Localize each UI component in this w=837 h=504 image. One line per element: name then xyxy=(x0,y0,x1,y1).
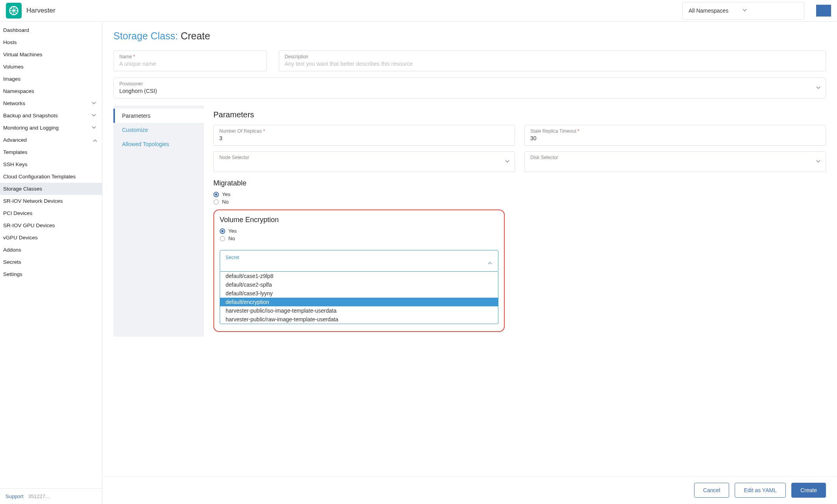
encryption-no-radio[interactable]: No xyxy=(220,235,498,241)
sidebar-item-label: Networks xyxy=(3,100,93,106)
sidebar-item-label: Templates xyxy=(3,149,96,155)
sidebar-item-label: Backup and Snapshots xyxy=(3,113,93,119)
tab-allowed-topologies[interactable]: Allowed Topologies xyxy=(113,137,204,151)
chevron-up-icon xyxy=(489,263,493,267)
sidebar-item-label: PCI Devices xyxy=(3,210,96,216)
sidebar-item-label: SSH Keys xyxy=(3,161,96,167)
sidebar-item-storage-classes[interactable]: Storage Classes xyxy=(0,183,102,195)
sidebar-item-pci-devices[interactable]: PCI Devices xyxy=(0,207,102,219)
chevron-up-icon xyxy=(93,138,96,142)
sidebar-item-label: Secrets xyxy=(3,259,96,265)
tab-customize[interactable]: Customize xyxy=(113,123,204,137)
replicas-field[interactable]: Number Of Replicas * xyxy=(213,125,515,146)
sidebar-item-namespaces[interactable]: Namespaces xyxy=(0,85,102,97)
sidebar-item-label: Advanced xyxy=(3,137,93,143)
sidebar-item-label: SR-IOV Network Devices xyxy=(3,198,96,204)
provisioner-select[interactable]: Provisioner Longhorn (CSI) xyxy=(113,78,826,98)
description-input[interactable] xyxy=(285,61,820,67)
radio-label: No xyxy=(228,235,235,241)
secret-select[interactable]: Secret xyxy=(220,250,498,272)
cancel-button[interactable]: Cancel xyxy=(694,483,730,498)
chevron-down-icon xyxy=(93,126,96,130)
radio-selected-icon xyxy=(213,192,219,197)
volume-encryption-heading: Volume Encryption xyxy=(220,216,498,224)
support-link[interactable]: Support xyxy=(6,493,24,499)
chevron-down-icon xyxy=(93,102,96,106)
sidebar-item-sr-iov-gpu-devices[interactable]: SR-IOV GPU Devices xyxy=(0,219,102,232)
sidebar-item-hosts[interactable]: Hosts xyxy=(0,36,102,48)
secret-option[interactable]: harvester-public/iso-image-template-user… xyxy=(220,306,498,315)
chevron-down-icon xyxy=(506,160,510,164)
sidebar-item-settings[interactable]: Settings xyxy=(0,268,102,280)
sidebar-item-secrets[interactable]: Secrets xyxy=(0,256,102,268)
version-text: 351227… xyxy=(28,493,50,499)
sidebar-item-cloud-configuration-templates[interactable]: Cloud Configuration Templates xyxy=(0,170,102,183)
description-field[interactable]: Description xyxy=(279,50,826,71)
sidebar-item-label: Namespaces xyxy=(3,88,96,94)
sidebar-item-label: Virtual Machines xyxy=(3,52,96,57)
stale-timeout-field[interactable]: Stale Replica Timeout * xyxy=(524,125,826,146)
sidebar-item-label: Settings xyxy=(3,271,96,277)
sidebar-item-label: Volumes xyxy=(3,64,96,70)
sidebar-item-backup-and-snapshots[interactable]: Backup and Snapshots xyxy=(0,109,102,122)
radio-unselected-icon xyxy=(213,199,219,205)
namespace-selector[interactable]: All Namespaces xyxy=(682,2,804,20)
encryption-yes-radio[interactable]: Yes xyxy=(220,228,498,234)
migratable-heading: Migratable xyxy=(213,179,826,187)
replicas-input[interactable] xyxy=(219,135,509,141)
parameters-heading: Parameters xyxy=(213,110,826,119)
create-button[interactable]: Create xyxy=(791,483,826,498)
radio-label: Yes xyxy=(228,228,237,234)
edit-yaml-button[interactable]: Edit as YAML xyxy=(735,483,786,498)
sidebar-item-networks[interactable]: Networks xyxy=(0,97,102,109)
sidebar-item-images[interactable]: Images xyxy=(0,73,102,85)
sidebar-item-label: Monitoring and Logging xyxy=(3,125,93,131)
harvester-logo[interactable] xyxy=(6,3,22,19)
sidebar-item-label: SR-IOV GPU Devices xyxy=(3,222,96,228)
sidebar-item-label: Images xyxy=(3,76,96,82)
sidebar-item-label: vGPU Devices xyxy=(3,235,96,241)
page-title-link[interactable]: Storage Class: xyxy=(113,30,178,41)
radio-selected-icon xyxy=(220,228,225,234)
secret-dropdown: default/case1-z9lp8default/case2-splfade… xyxy=(220,271,498,324)
provisioner-value: Longhorn (CSI) xyxy=(119,88,820,94)
harvester-logo-icon xyxy=(8,5,19,16)
sidebar-item-label: Storage Classes xyxy=(3,186,96,192)
secret-option[interactable]: default/case3-lyyny xyxy=(220,289,498,298)
migratable-no-radio[interactable]: No xyxy=(213,199,826,205)
radio-unselected-icon xyxy=(220,236,225,241)
chevron-down-icon xyxy=(817,86,821,90)
chevron-down-icon xyxy=(743,9,798,13)
sidebar-item-virtual-machines[interactable]: Virtual Machines xyxy=(0,48,102,61)
sidebar-item-sr-iov-network-devices[interactable]: SR-IOV Network Devices xyxy=(0,195,102,207)
disk-selector-select[interactable]: Disk Selector xyxy=(524,151,826,172)
sidebar-item-addons[interactable]: Addons xyxy=(0,244,102,256)
sidebar-item-vgpu-devices[interactable]: vGPU Devices xyxy=(0,232,102,244)
chevron-down-icon xyxy=(817,160,821,164)
radio-label: Yes xyxy=(222,191,230,197)
namespace-selector-value: All Namespaces xyxy=(689,7,743,14)
sidebar-item-templates[interactable]: Templates xyxy=(0,146,102,158)
user-avatar[interactable] xyxy=(816,5,831,17)
node-selector-select[interactable]: Node Selector xyxy=(213,151,515,172)
sidebar-item-ssh-keys[interactable]: SSH Keys xyxy=(0,158,102,170)
secret-option[interactable]: default/case1-z9lp8 xyxy=(220,272,498,280)
sidebar-item-monitoring-and-logging[interactable]: Monitoring and Logging xyxy=(0,122,102,134)
secret-option[interactable]: default/case2-splfa xyxy=(220,280,498,289)
migratable-yes-radio[interactable]: Yes xyxy=(213,191,826,197)
sidebar-item-label: Cloud Configuration Templates xyxy=(3,174,96,180)
sidebar-item-advanced[interactable]: Advanced xyxy=(0,134,102,146)
radio-label: No xyxy=(222,199,229,205)
name-input[interactable] xyxy=(119,61,261,67)
page-title: Storage Class: Create xyxy=(113,30,826,42)
sidebar-item-dashboard[interactable]: Dashboard xyxy=(0,24,102,36)
sidebar-item-label: Hosts xyxy=(3,39,96,45)
secret-option[interactable]: default/encryption xyxy=(220,298,498,306)
secret-option[interactable]: harvester-public/raw-image-template-user… xyxy=(220,315,498,324)
name-field[interactable]: Name * xyxy=(113,50,267,71)
sidebar-item-label: Addons xyxy=(3,247,96,253)
sidebar-item-volumes[interactable]: Volumes xyxy=(0,61,102,73)
product-name: Harvester xyxy=(26,7,56,15)
stale-timeout-input[interactable] xyxy=(530,135,820,141)
tab-parameters[interactable]: Parameters xyxy=(113,109,204,123)
